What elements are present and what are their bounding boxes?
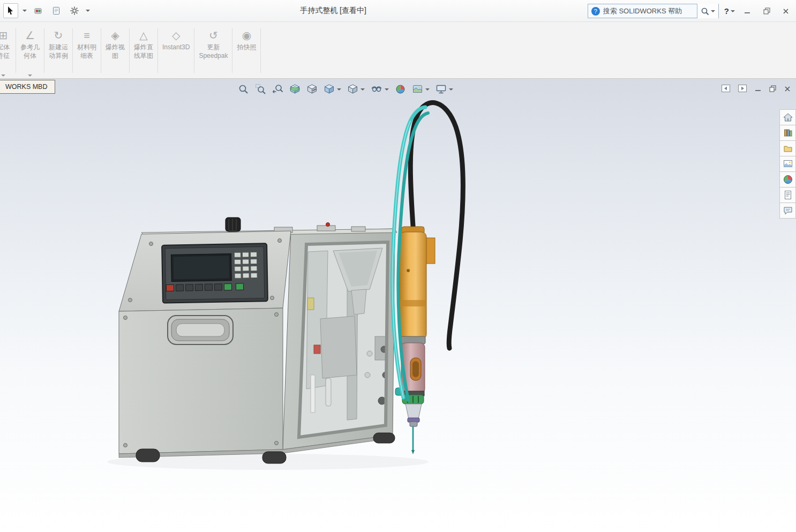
commandmanager-tab-solidworks-mbd[interactable]: WORKS MBD [0, 80, 55, 94]
heads-up-toolbar [238, 84, 453, 95]
hide-show-items-button[interactable] [371, 84, 389, 95]
ribbon-button-new-motion-study[interactable]: ↻ 新建运 动算例 [45, 25, 72, 78]
top-knob[interactable] [226, 218, 241, 233]
previous-pane-button[interactable] [722, 85, 730, 94]
ribbon-separator [16, 28, 16, 73]
pane-left-icon [722, 85, 730, 92]
red-green-indicator-icon [33, 6, 43, 16]
hide-show-items-icon [371, 84, 382, 95]
top-latch [351, 227, 365, 231]
previous-view-button[interactable] [272, 84, 283, 95]
ribbon-separator [101, 28, 101, 73]
app-minimize-button[interactable] [740, 5, 754, 18]
folder-icon [783, 143, 793, 154]
zoom-to-fit-icon [238, 84, 249, 95]
hide-show-items-dropdown[interactable] [385, 88, 389, 91]
instant3d-icon: ◇ [172, 27, 180, 43]
ribbon-button-update-speedpak[interactable]: ↺ 更新 Speedpak [195, 25, 231, 78]
zoom-to-fit-button[interactable] [238, 84, 249, 95]
task-pane-appearances-tab[interactable] [779, 171, 796, 188]
app-close-button[interactable] [779, 5, 793, 18]
ribbon-button-take-snapshot[interactable]: ◉ 拍快照 [233, 25, 260, 78]
driver-green-ring [402, 395, 424, 404]
task-pane-view-palette-tab[interactable] [779, 156, 796, 172]
task-pane-file-explorer-tab[interactable] [779, 140, 796, 156]
dynamic-annotation-views-icon [306, 84, 318, 95]
section-view-icon [289, 84, 301, 95]
document-properties-button[interactable] [49, 4, 63, 18]
select-tool-button[interactable] [3, 3, 18, 18]
bill-of-materials-icon: ≡ [84, 27, 90, 43]
flyout-chevron-icon[interactable] [28, 74, 32, 77]
model-canvas[interactable] [0, 79, 796, 532]
ribbon-button-instant3d[interactable]: ◇ Instant3D [159, 25, 193, 78]
view-orientation-dropdown[interactable] [337, 88, 341, 91]
ribbon-separator [232, 28, 232, 73]
close-icon [784, 86, 791, 92]
side-window-glass[interactable] [299, 242, 388, 437]
exploded-view-icon: ◈ [111, 27, 119, 43]
previous-view-icon [272, 84, 283, 95]
design-library-icon [783, 128, 793, 138]
help-button[interactable]: ? [724, 6, 735, 16]
task-pane-forum-tab[interactable] [779, 203, 796, 219]
comment-bubble-icon [783, 205, 793, 216]
doc-close-button[interactable] [784, 85, 791, 94]
home-icon [783, 112, 793, 123]
view-orientation-button[interactable] [324, 84, 341, 95]
dynamic-annotation-views-button[interactable] [306, 84, 318, 95]
task-pane-custom-properties-tab[interactable] [779, 187, 796, 203]
update-speedpak-icon: ↺ [209, 27, 218, 43]
search-button[interactable] [697, 4, 718, 18]
doc-restore-button[interactable] [769, 85, 776, 94]
ribbon-button-explode-line-sketch[interactable]: △ 爆炸直 线草图 [130, 25, 157, 78]
help-dropdown[interactable] [731, 10, 735, 12]
view-settings-button[interactable] [435, 84, 453, 95]
section-view-button[interactable] [289, 84, 301, 95]
task-pane-tabs [779, 110, 796, 219]
apply-scene-dropdown[interactable] [425, 88, 430, 91]
handle[interactable] [168, 316, 233, 344]
display-style-dropdown[interactable] [361, 88, 365, 91]
search-input[interactable] [603, 7, 697, 15]
model-indicator-button[interactable] [31, 4, 45, 18]
search-icon [701, 7, 709, 16]
ribbon-separator [194, 28, 194, 73]
view-settings-dropdown[interactable] [449, 88, 453, 91]
assembly-features-icon: ⊞ [0, 27, 7, 43]
new-motion-study-icon: ↻ [54, 27, 63, 43]
window-title: 手持式整机 [查看中] [300, 6, 366, 16]
ribbon-button-reference-geometry[interactable]: ∠ 参考几 何体 [17, 25, 43, 78]
task-pane-resources-tab[interactable] [779, 109, 796, 125]
apply-scene-button[interactable] [412, 84, 430, 95]
machine-chassis[interactable] [119, 218, 397, 463]
options-button[interactable] [67, 4, 81, 18]
custom-properties-icon [783, 190, 793, 200]
ribbon-separator [129, 28, 130, 73]
zoom-to-area-button[interactable] [255, 84, 266, 95]
select-tool-dropdown[interactable] [22, 10, 27, 12]
flyout-chevron-icon[interactable] [1, 74, 5, 77]
ribbon-button-assembly-features[interactable]: ⊞ 配体 特征 [0, 25, 15, 78]
task-pane-design-library-tab[interactable] [779, 125, 796, 141]
ribbon-button-bill-of-materials[interactable]: ≡ 材料明 细表 [73, 25, 100, 78]
minimize-icon [744, 8, 750, 14]
search-dropdown[interactable] [711, 10, 715, 12]
ribbon-button-exploded-view[interactable]: ◈ 爆炸视 图 [102, 25, 129, 78]
display-style-button[interactable] [347, 84, 365, 95]
doc-minimize-button[interactable] [755, 85, 761, 94]
red-button[interactable] [326, 223, 330, 227]
next-pane-button[interactable] [738, 85, 747, 94]
graphics-viewport[interactable]: WORKS MBD [0, 79, 796, 532]
options-dropdown[interactable] [86, 10, 90, 12]
help-search-box[interactable]: ? [588, 4, 719, 18]
help-circle-icon: ? [591, 7, 600, 16]
top-latch [317, 226, 335, 231]
edit-appearance-button[interactable] [395, 84, 406, 95]
view-palette-icon [783, 159, 793, 169]
ribbon-separator [260, 28, 261, 73]
app-restore-button[interactable] [760, 5, 774, 18]
control-panel[interactable] [162, 243, 268, 303]
ribbon-separator [157, 28, 158, 73]
driver-body[interactable] [400, 232, 426, 339]
